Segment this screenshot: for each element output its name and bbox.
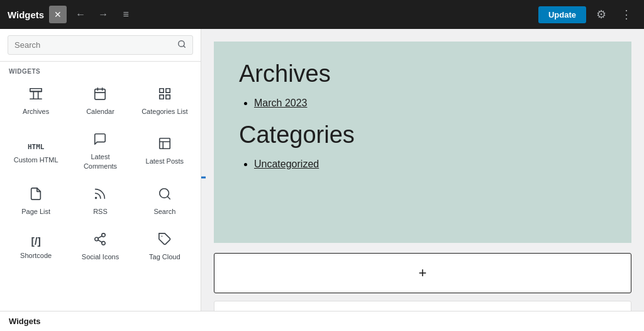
category-item: Uncategorized [254,159,606,170]
widget-label-shortcode: Shortcode [20,251,52,260]
widget-label-custom-html: Custom HTML [14,155,58,164]
search-wrap [8,35,193,55]
calendar-icon [93,87,107,103]
custom-html-icon: HTML [28,138,45,152]
archive-link[interactable]: March 2023 [254,98,308,108]
preview-widget-block: Archives March 2023 Categories Uncategor… [214,42,631,243]
widget-item-page-list[interactable]: Page List [4,179,68,224]
widget-item-categories-list[interactable]: Categories List [133,79,197,124]
categories-heading: Categories [239,121,606,149]
bottombar-label: Widgets [9,317,40,326]
widget-label-categories-list: Categories List [142,107,187,116]
svg-rect-9 [160,89,164,93]
widget-label-social-icons: Social Icons [82,252,119,261]
topbar-right: Update ⚙ ⋮ [538,4,636,25]
sidebar-search-area [0,29,201,62]
search-input[interactable] [14,40,172,50]
archives-heading: Archives [239,60,606,87]
widget-label-tag-cloud: Tag Cloud [149,252,180,261]
page-list-icon [29,187,43,203]
main-layout: WIDGETS ArchivesCalendarCategories ListH… [0,29,644,311]
svg-rect-10 [166,89,170,93]
widget-label-page-list: Page List [21,207,50,216]
close-button[interactable]: ✕ [49,6,67,23]
svg-rect-11 [160,95,164,99]
tag-cloud-icon [158,232,172,249]
inactive-widgets-bar[interactable]: Inactive widgets [214,301,631,311]
svg-line-22 [98,240,102,243]
widget-label-latest-comments: Latest Comments [74,152,126,171]
forward-button[interactable]: → [94,6,112,23]
topbar-title: Widgets [8,9,44,20]
widget-label-archives: Archives [23,107,49,116]
widget-item-latest-posts[interactable]: Latest Posts [133,124,197,179]
widget-grid: ArchivesCalendarCategories ListHTMLCusto… [0,79,201,269]
back-button[interactable]: ← [72,6,89,23]
content-area: Archives March 2023 Categories Uncategor… [201,29,644,311]
categories-list-icon [158,87,172,103]
archives-list: March 2023 [239,98,606,109]
svg-line-1 [184,46,186,48]
archives-icon [29,87,43,103]
topbar-left: Widgets ✕ ← → ≡ [8,6,135,23]
widget-label-rss: RSS [93,207,108,216]
svg-point-16 [96,197,97,198]
svg-rect-5 [95,89,106,100]
more-button[interactable]: ⋮ [616,4,636,25]
search-icon [158,187,172,203]
archive-item: March 2023 [254,98,606,109]
shortcode-icon: [/] [31,233,41,247]
widget-label-calendar: Calendar [86,107,114,116]
list-view-button[interactable]: ≡ [117,6,135,23]
update-button[interactable]: Update [538,6,586,23]
svg-rect-13 [160,138,170,149]
widget-item-tag-cloud[interactable]: Tag Cloud [133,224,197,269]
social-icons-icon [93,232,107,249]
widget-label-latest-posts: Latest Posts [146,157,184,166]
widget-item-rss[interactable]: RSS [68,179,132,224]
widget-item-social-icons[interactable]: Social Icons [68,224,132,269]
settings-button[interactable]: ⚙ [591,4,611,25]
svg-line-23 [98,236,102,238]
widgets-section-label: WIDGETS [0,62,201,79]
category-link[interactable]: Uncategorized [254,159,319,169]
search-icon [177,40,186,50]
widget-label-search: Search [153,207,175,216]
svg-rect-12 [166,95,170,99]
widget-item-search[interactable]: Search [133,179,197,224]
arrow-annotation [201,166,209,189]
widget-item-latest-comments[interactable]: Latest Comments [68,124,132,179]
svg-line-18 [167,196,170,199]
bottombar: Widgets [0,311,644,331]
rss-icon [93,187,107,203]
latest-comments-icon [93,132,107,149]
widget-item-shortcode[interactable]: [/]Shortcode [4,224,68,269]
chevron-down-icon [611,310,621,311]
widget-item-custom-html[interactable]: HTMLCustom HTML [4,124,68,179]
categories-list: Uncategorized [239,159,606,170]
widget-item-calendar[interactable]: Calendar [68,79,132,124]
sidebar: WIDGETS ArchivesCalendarCategories ListH… [0,29,201,311]
latest-posts-icon [158,137,172,153]
widget-item-archives[interactable]: Archives [4,79,68,124]
topbar: Widgets ✕ ← → ≡ Update ⚙ ⋮ [0,0,644,29]
add-block-button[interactable]: + [214,253,631,293]
